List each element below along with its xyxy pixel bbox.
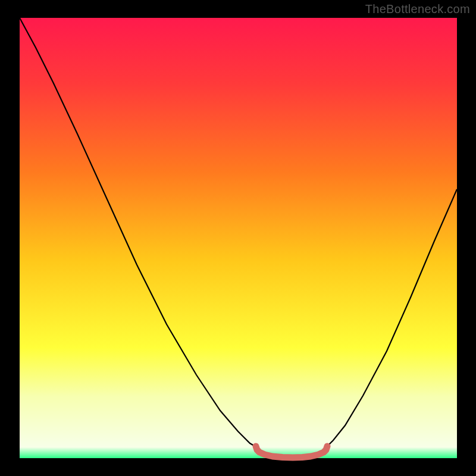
bottleneck-curve-chart <box>0 0 476 476</box>
gradient-background <box>20 18 457 458</box>
watermark-text: TheBottleneck.com <box>365 2 470 16</box>
chart-frame: TheBottleneck.com <box>0 0 476 476</box>
